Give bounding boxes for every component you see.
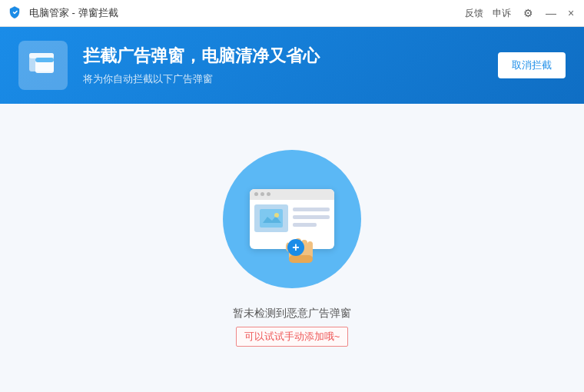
header-text: 拦截广告弹窗，电脑清净又省心 将为你自动拦截以下广告弹窗 (83, 45, 498, 86)
svg-rect-4 (260, 209, 283, 228)
svg-rect-3 (35, 58, 54, 62)
settings-icon[interactable]: ⚙ (520, 5, 536, 21)
manual-add-link[interactable]: 可以试试手动添加哦~ (236, 327, 349, 347)
plus-icon: + (287, 239, 304, 256)
window-line-2 (293, 215, 330, 219)
header-icon (18, 41, 68, 90)
header-bar: 拦截广告弹窗，电脑清净又省心 将为你自动拦截以下广告弹窗 取消拦截 (0, 27, 584, 104)
title-bar: 电脑管家 - 弹窗拦截 反馈 申诉 ⚙ — × (0, 0, 584, 27)
close-button[interactable]: × (566, 8, 576, 18)
window-card-lines (293, 204, 330, 227)
svg-rect-10 (289, 255, 313, 263)
svg-point-5 (274, 213, 279, 218)
window-dot-2 (260, 192, 264, 196)
header-subtitle: 将为你自动拦截以下广告弹窗 (83, 72, 498, 86)
bottom-text-block: 暂未检测到恶意广告弹窗 可以试试手动添加哦~ (233, 307, 351, 347)
main-content: + 暂未检测到恶意广告弹窗 可以试试手动添加哦~ (0, 104, 584, 392)
app-logo-icon (8, 5, 23, 21)
window-line-1 (293, 208, 330, 211)
window-dot-1 (254, 192, 258, 196)
title-bar-controls: 反馈 申诉 ⚙ — × (465, 5, 576, 21)
window-title: 电脑管家 - 弹窗拦截 (29, 6, 465, 20)
header-title: 拦截广告弹窗，电脑清净又省心 (83, 45, 498, 68)
window-card-titlebar (250, 189, 334, 200)
feedback-link[interactable]: 反馈 (465, 7, 483, 20)
status-text: 暂未检测到恶意广告弹窗 (233, 307, 351, 321)
illustration-circle: + (223, 150, 361, 288)
window-dot-3 (267, 192, 270, 196)
minimize-button[interactable]: — (546, 8, 556, 18)
svg-rect-1 (29, 53, 54, 58)
complain-link[interactable]: 申诉 (493, 7, 511, 20)
cancel-intercept-button[interactable]: 取消拦截 (498, 52, 566, 78)
